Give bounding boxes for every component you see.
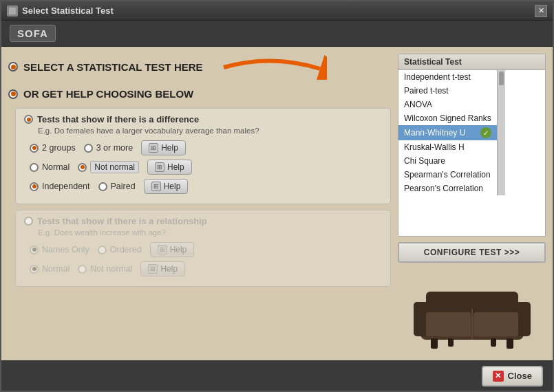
independent-label[interactable]: Independent — [30, 182, 90, 191]
normal-label[interactable]: Normal — [30, 162, 70, 172]
relationship-description: E.g. Does wealth increase with age? — [38, 228, 382, 237]
configure-test-button[interactable]: CONFIGURE TEST >>> — [398, 242, 546, 263]
distribution-help-button[interactable]: ⊞ Help — [147, 160, 192, 175]
svg-rect-7 — [426, 312, 471, 336]
scrollbar[interactable] — [497, 70, 505, 195]
ordered-label: Ordered — [98, 245, 142, 254]
rel-type-row: Names Only Ordered ⊞ Help — [30, 242, 382, 257]
titlebar: Select Statistical Test ✕ — [1, 1, 553, 21]
svg-rect-10 — [507, 338, 513, 349]
groups-help-button[interactable]: ⊞ Help — [141, 140, 186, 155]
distribution-row: Normal Not normal ⊞ Help — [30, 160, 382, 175]
names-only-label: Names Only — [30, 245, 89, 254]
rel-normal-radio — [30, 265, 39, 274]
relationship-title: Tests that show if there is a relationsh… — [37, 216, 207, 226]
stat-list-item[interactable]: Kruskal-Wallis H — [398, 140, 497, 154]
stat-list-header: Statistical Test — [398, 54, 545, 70]
distribution-help-icon: ⊞ — [155, 162, 164, 172]
normal-radio[interactable] — [30, 163, 39, 172]
rel-not-normal-radio — [78, 265, 87, 274]
svg-rect-9 — [431, 338, 438, 349]
close-x-icon: ✕ — [493, 371, 504, 382]
not-normal-label[interactable]: Not normal — [78, 161, 139, 173]
names-only-radio — [30, 246, 39, 254]
difference-title-row: Tests that show if there is a difference — [24, 114, 382, 124]
ordered-radio — [98, 246, 107, 254]
stat-list-item[interactable]: Independent t-test — [398, 70, 497, 84]
relationship-title-row: Tests that show if there is a relationsh… — [24, 216, 382, 226]
stat-list-container: Statistical Test Independent t-testPaire… — [398, 54, 546, 237]
header2-radio[interactable] — [8, 89, 18, 99]
stat-list-item[interactable]: Mann-Whitney U✓ — [398, 125, 497, 140]
svg-rect-0 — [9, 8, 16, 14]
independent-radio[interactable] — [30, 182, 39, 191]
difference-title: Tests that show if there is a difference — [37, 114, 199, 124]
rel-normal-label: Normal — [30, 264, 70, 274]
header2-row: OR GET HELP CHOOSING BELOW — [8, 88, 391, 100]
difference-description: E.g. Do females have a larger vocabulary… — [38, 127, 382, 135]
left-panel: SELECT A STATISTICAL TEST HERE OR GET HE… — [8, 54, 391, 353]
relationship-radio[interactable] — [24, 217, 33, 226]
relationship-subsection: Tests that show if there is a relationsh… — [15, 210, 391, 287]
stat-list-item[interactable]: Paired t-test — [398, 84, 497, 98]
rel-distribution-help-button: ⊞ Help — [140, 261, 185, 276]
stat-list-item[interactable]: Chi Square — [398, 154, 497, 168]
rel-not-normal-label: Not normal — [78, 264, 132, 274]
header2-label: OR GET HELP CHOOSING BELOW — [23, 88, 193, 100]
stat-list-wrapper: Independent t-testPaired t-testANOVAWilc… — [398, 70, 545, 195]
rel-distribution-help-icon: ⊞ — [148, 264, 158, 274]
groups-3-radio[interactable] — [84, 144, 93, 153]
groups-row: 2 groups 3 or more ⊞ Help — [30, 140, 382, 155]
svg-rect-11 — [448, 338, 454, 347]
logo-bar: SOFA — [1, 21, 553, 47]
difference-radio[interactable] — [24, 115, 33, 124]
close-button[interactable]: ✕ Close — [482, 366, 543, 386]
sofa-image — [398, 271, 546, 353]
header1-row: SELECT A STATISTICAL TEST HERE — [8, 54, 391, 80]
sofa-svg — [407, 271, 537, 353]
svg-rect-8 — [473, 312, 518, 336]
independence-row: Independent Paired ⊞ Help — [30, 179, 382, 194]
groups-2-radio[interactable] — [30, 144, 39, 153]
independence-help-icon: ⊞ — [151, 182, 161, 191]
window-icon — [7, 6, 18, 17]
stat-list-item[interactable]: Wilcoxon Signed Ranks — [398, 111, 497, 125]
rel-type-help-button: ⊞ Help — [150, 242, 195, 257]
stat-list-item[interactable]: ANOVA — [398, 98, 497, 111]
orange-arrow-icon — [217, 54, 327, 80]
rel-distribution-row: Normal Not normal ⊞ Help — [30, 261, 382, 276]
paired-radio[interactable] — [98, 182, 107, 191]
groups-3-label[interactable]: 3 or more — [84, 143, 134, 153]
main-content: SELECT A STATISTICAL TEST HERE OR GET HE… — [1, 47, 553, 360]
right-panel: Statistical Test Independent t-testPaire… — [398, 54, 546, 353]
groups-help-icon: ⊞ — [149, 143, 158, 153]
bottom-bar: ✕ Close — [1, 360, 553, 391]
header1-label: SELECT A STATISTICAL TEST HERE — [23, 61, 203, 73]
window-title: Select Statistical Test — [22, 6, 535, 16]
stat-list: Independent t-testPaired t-testANOVAWilc… — [398, 70, 497, 195]
rel-type-help-icon: ⊞ — [158, 245, 167, 254]
header1-radio[interactable] — [8, 62, 18, 72]
stat-list-item[interactable]: Spearman's Correlation — [398, 168, 497, 182]
sofa-logo: SOFA — [10, 25, 56, 42]
groups-2-label[interactable]: 2 groups — [30, 143, 76, 153]
independence-help-button[interactable]: ⊞ Help — [144, 179, 189, 194]
not-normal-radio[interactable] — [78, 163, 87, 172]
main-window: Select Statistical Test ✕ SOFA SELECT A … — [0, 0, 554, 392]
selected-check-icon: ✓ — [480, 127, 491, 138]
difference-subsection: Tests that show if there is a difference… — [15, 108, 391, 204]
window-close-button[interactable]: ✕ — [535, 5, 547, 17]
stat-list-item[interactable]: Pearson's Correlation — [398, 182, 497, 195]
svg-rect-12 — [491, 338, 496, 347]
paired-label[interactable]: Paired — [98, 182, 136, 191]
